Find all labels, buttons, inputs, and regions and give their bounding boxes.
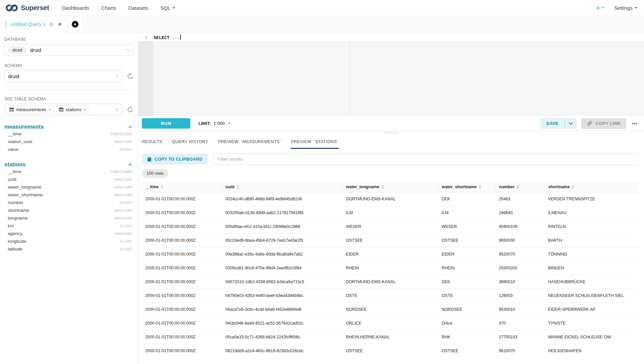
results-tab-preview-measurements[interactable]: PREVIEW: `MEASUREMENTS` xyxy=(218,134,281,149)
table-cell: 2000-01-01T00:00:00.000Z xyxy=(142,247,222,261)
sidebar-divider xyxy=(4,90,134,90)
table-cell: 2000-01-01T00:00:00.000Z xyxy=(142,289,222,303)
refresh-tables-button[interactable] xyxy=(127,106,134,113)
results-toolbar: COPY TO CLIPBOARD xyxy=(142,153,639,165)
chevron-up-icon[interactable] xyxy=(128,163,132,166)
column-type: VARCHAR xyxy=(114,177,132,181)
sort-icon xyxy=(572,185,574,189)
new-item-menu[interactable]: + xyxy=(597,5,604,11)
nav-charts[interactable]: Charts xyxy=(101,5,116,11)
column-header-label: shortname xyxy=(548,185,570,189)
chevron-up-icon[interactable] xyxy=(128,126,132,128)
query-tab[interactable]: Untitled Query 1 ✕ xyxy=(0,16,67,32)
column-row: longitudeFLOAT xyxy=(4,237,134,245)
table-cell: 25463 xyxy=(495,192,545,206)
column-name: agency xyxy=(8,231,23,236)
table-header-row: __timeuuidwater_longnamewater_shortnamen… xyxy=(142,182,639,192)
sql-editor[interactable]: 1 SELECT ... xyxy=(138,32,644,116)
editor-toolbar: RUN LIMIT: 1 000 SAVE xyxy=(138,116,644,131)
table-cell: RHEIN-HERNE-KANAL xyxy=(343,330,438,344)
table-cell: OSTSEE xyxy=(438,234,495,247)
settings-menu[interactable]: Settings xyxy=(614,5,637,11)
table-cell: VERSEN TRENNSPITZE xyxy=(545,192,639,206)
save-button[interactable]: SAVE xyxy=(540,118,565,129)
results-tabs: RESULTSQUERY HISTORYPREVIEW: `MEASUREMEN… xyxy=(142,134,644,149)
drag-handle-icon[interactable] xyxy=(5,21,6,28)
refresh-icon xyxy=(127,106,134,113)
schema-select[interactable]: druid xyxy=(4,70,123,82)
save-split-button[interactable]: SAVE xyxy=(540,118,577,129)
table-schema-multiselect[interactable]: measurements × stations × xyxy=(4,104,123,115)
more-actions-button[interactable]: ••• xyxy=(631,121,639,126)
table-cell: 27700193 xyxy=(495,330,545,344)
sort-icon xyxy=(236,185,239,189)
table-cell: 003200ab-d138-49d9-aa52-217817941f85 xyxy=(222,206,343,220)
add-tab-button[interactable]: + xyxy=(72,21,78,28)
column-header-shortname[interactable]: shortname xyxy=(545,182,639,192)
chevron-down-icon xyxy=(635,7,637,9)
editor-line-1[interactable]: 1 SELECT ... xyxy=(138,34,644,41)
table-cell: 45900109 xyxy=(495,220,545,234)
chevron-down-icon xyxy=(115,108,119,111)
filter-results-input[interactable] xyxy=(214,153,639,165)
table-section-header[interactable]: measurements xyxy=(4,124,134,130)
chevron-down-icon xyxy=(569,122,573,125)
results-table-wrap: __timeuuidwater_longnamewater_shortnamen… xyxy=(142,182,639,358)
save-options-button[interactable] xyxy=(565,118,577,129)
table-name: measurements xyxy=(4,124,43,130)
superset-logo[interactable]: Superset xyxy=(5,4,49,12)
table-cell: 2000-01-01T00:00:00.000Z xyxy=(142,275,222,289)
column-header-label: __time xyxy=(145,185,159,189)
table-cell: 166640 xyxy=(495,206,545,220)
table-cell: WESER xyxy=(438,220,495,234)
database-label: DATABASE xyxy=(4,37,134,42)
nav-datasets[interactable]: Datasets xyxy=(128,5,148,11)
copy-to-clipboard-button[interactable]: COPY TO CLIPBOARD xyxy=(142,154,208,165)
table-cell: 2000-01-01T00:00:00.000Z xyxy=(142,303,222,317)
run-button[interactable]: RUN xyxy=(142,118,190,129)
editor-body[interactable] xyxy=(154,41,644,116)
query-status-dot xyxy=(49,22,54,27)
tabstrip-filler xyxy=(83,16,644,32)
remove-chip-icon[interactable]: × xyxy=(49,107,51,112)
nav-dashboards[interactable]: Dashboards xyxy=(62,5,89,11)
results-table: __timeuuidwater_longnamewater_shortnamen… xyxy=(142,182,639,358)
column-name: water_shortname xyxy=(8,192,43,197)
refresh-schemas-button[interactable] xyxy=(127,73,134,80)
column-type: VARCHAR xyxy=(114,208,132,212)
column-name: __time xyxy=(8,169,22,174)
results-tab-preview-stations[interactable]: PREVIEW: `STATIONS` xyxy=(291,134,339,149)
table-row: 2000-01-01T00:00:00.000Z00c33ed9-6bea-45… xyxy=(142,234,639,247)
table-row: 2000-01-01T00:00:00.000Z04790e03-4353-4e… xyxy=(142,289,639,303)
column-type: VARCHAR xyxy=(114,216,132,220)
column-header-number[interactable]: number xyxy=(495,182,545,192)
column-header-water_shortname[interactable]: water_shortname xyxy=(438,182,495,192)
table-cell: OSTE xyxy=(438,289,495,303)
splitter-grip[interactable] xyxy=(384,132,399,135)
limit-dropdown[interactable]: LIMIT: 1 000 xyxy=(198,121,230,126)
database-select[interactable]: druid druid xyxy=(4,44,134,56)
column-name: value xyxy=(8,147,19,152)
chevron-down-icon xyxy=(228,123,230,124)
column-name: station_uuid xyxy=(8,139,32,144)
table-section-header[interactable]: stations xyxy=(4,161,134,168)
column-header-__time[interactable]: __time xyxy=(142,182,222,192)
table-cell: ILM xyxy=(343,206,438,220)
sort-icon xyxy=(381,185,384,189)
results-tab-query-history[interactable]: QUERY HISTORY xyxy=(172,134,209,149)
sql-code[interactable]: SELECT ... xyxy=(154,34,181,41)
remove-chip-icon[interactable]: × xyxy=(84,107,86,112)
column-header-water_longname[interactable]: water_longname xyxy=(343,182,438,192)
editor-gutter xyxy=(138,41,154,116)
query-tabstrip: Untitled Query 1 ✕ + xyxy=(0,16,644,32)
table-cell: 25300200 xyxy=(495,261,545,275)
column-row: valueBIGINT xyxy=(4,145,134,153)
column-type: BIGINT xyxy=(120,147,132,152)
results-tab-results[interactable]: RESULTS xyxy=(142,134,163,149)
close-tab-icon[interactable]: ✕ xyxy=(58,22,62,27)
link-icon xyxy=(587,121,592,126)
table-cell: 04cbc946-8ee9-4521-ac52-557642cad52c xyxy=(222,317,343,330)
nav-sql-menu[interactable]: SQL xyxy=(160,5,175,11)
copy-link-button[interactable]: COPY LINK xyxy=(581,118,626,129)
column-header-uuid[interactable]: uuid xyxy=(222,182,343,192)
